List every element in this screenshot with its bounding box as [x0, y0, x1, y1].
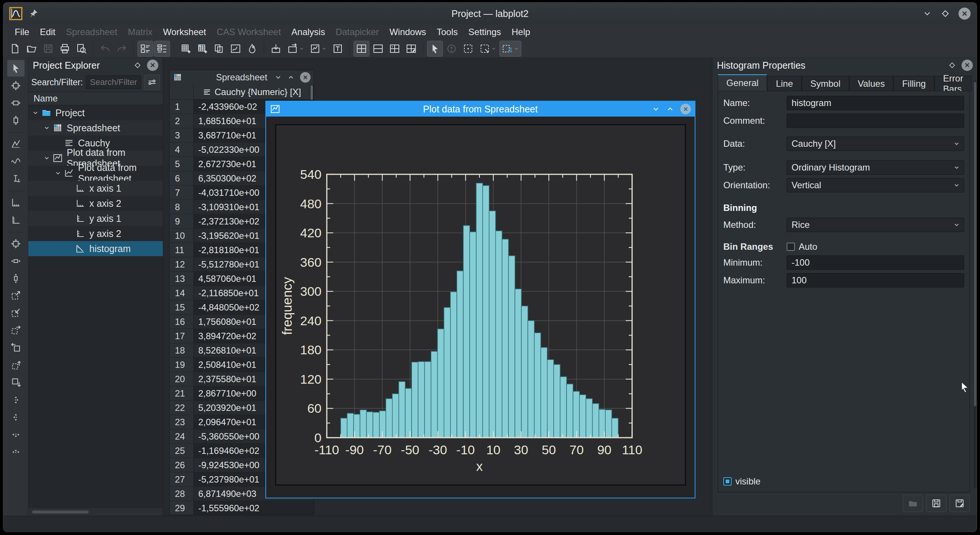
- zoom-y-up-button[interactable]: [7, 357, 24, 374]
- menu-help[interactable]: Help: [507, 25, 535, 39]
- row-number[interactable]: 10: [170, 228, 194, 243]
- sheet-vertical-scrollbar[interactable]: [310, 85, 313, 99]
- layout-cascade-button[interactable]: [370, 41, 386, 57]
- visible-checkbox[interactable]: [723, 477, 732, 485]
- float-dock-icon[interactable]: [948, 61, 956, 69]
- row-number[interactable]: 2: [170, 114, 194, 128]
- shade-down-icon[interactable]: [652, 105, 660, 113]
- close-dock-button[interactable]: ×: [961, 60, 973, 71]
- cursor-button[interactable]: [427, 41, 443, 57]
- row-number[interactable]: 4: [170, 143, 194, 157]
- zoom-out-selection-button[interactable]: [7, 305, 24, 321]
- zoom-x-right-button[interactable]: [7, 322, 24, 339]
- type-combobox[interactable]: Ordinary Histogram: [787, 160, 964, 175]
- row-number[interactable]: 22: [170, 401, 194, 415]
- document-new-button[interactable]: [7, 41, 23, 57]
- shift-up-y-button[interactable]: [7, 444, 24, 460]
- new-matrix-button[interactable]: [194, 41, 210, 57]
- add-smooth-curve-button[interactable]: [7, 153, 24, 170]
- search-input[interactable]: [86, 75, 141, 89]
- menu-edit[interactable]: Edit: [35, 25, 60, 39]
- expander-icon[interactable]: [43, 125, 50, 131]
- row-number[interactable]: 15: [170, 300, 194, 315]
- expander-icon[interactable]: [55, 170, 61, 177]
- name-field[interactable]: [787, 96, 964, 110]
- zoom-draw-button[interactable]: [477, 41, 499, 57]
- tree-item-x-axis-1[interactable]: x axis 1: [28, 181, 163, 196]
- data-combobox[interactable]: Cauchy [X]: [787, 137, 964, 151]
- plot-titlebar[interactable]: Plot data from Spreadsheet ×: [266, 102, 695, 117]
- print-preview-button[interactable]: [73, 41, 89, 57]
- tree-item-histogram[interactable]: histogram: [28, 241, 163, 256]
- tree-item-project[interactable]: Project: [28, 105, 163, 120]
- row-number[interactable]: 18: [170, 343, 194, 358]
- row-number[interactable]: 24: [170, 430, 194, 444]
- sheet-column-header[interactable]: Cauchy {Numeric} [X]: [194, 85, 310, 99]
- auto-checkbox[interactable]: [787, 243, 795, 251]
- add-legend-button[interactable]: [7, 171, 24, 187]
- row-number[interactable]: 17: [170, 329, 194, 343]
- menu-settings[interactable]: Settings: [464, 25, 506, 39]
- expander-icon[interactable]: [32, 109, 39, 116]
- tree-item-y-axis-1[interactable]: y axis 1: [28, 211, 163, 226]
- titlebar[interactable]: Project — labplot2 ×: [3, 3, 977, 24]
- comment-field[interactable]: [787, 113, 964, 128]
- shift-right-x-button[interactable]: [7, 391, 24, 408]
- shade-up-icon[interactable]: [666, 105, 674, 113]
- tab-values[interactable]: Values: [849, 76, 894, 91]
- row-number[interactable]: 14: [170, 286, 194, 300]
- scale-auto-button[interactable]: [7, 77, 24, 94]
- undo-button[interactable]: [97, 41, 113, 57]
- zoom-in-selection-button[interactable]: [7, 287, 24, 304]
- row-number[interactable]: 19: [170, 358, 194, 372]
- panel-right-button[interactable]: [154, 41, 170, 57]
- menu-file[interactable]: File: [10, 25, 34, 39]
- minimize-button[interactable]: [922, 9, 932, 19]
- import-project-button[interactable]: [285, 41, 306, 57]
- document-print-button[interactable]: [57, 41, 73, 57]
- new-spreadsheet-button[interactable]: [178, 41, 194, 57]
- new-worksheet-button[interactable]: [307, 41, 329, 57]
- filter-options-button[interactable]: [144, 75, 160, 90]
- row-number[interactable]: 9: [170, 214, 194, 228]
- explorer-horizontal-scrollbar[interactable]: [32, 511, 89, 514]
- row-number[interactable]: 8: [170, 200, 194, 214]
- row-number[interactable]: 13: [170, 271, 194, 286]
- close-button[interactable]: ×: [959, 8, 970, 20]
- import-file-button[interactable]: [268, 41, 284, 57]
- row-number[interactable]: 26: [170, 458, 194, 473]
- layout-grid-button[interactable]: [387, 41, 402, 57]
- row-number[interactable]: 11: [170, 243, 194, 257]
- add-y-axis-button[interactable]: [7, 212, 24, 228]
- tree-item-y-axis-2[interactable]: y axis 2: [28, 226, 163, 241]
- plot-close-button[interactable]: ×: [680, 104, 691, 114]
- tree-column-header[interactable]: Name: [28, 92, 163, 105]
- tab-line[interactable]: Line: [767, 76, 801, 91]
- row-number[interactable]: 23: [170, 415, 194, 430]
- load-template-button[interactable]: [903, 495, 923, 512]
- document-open-button[interactable]: [24, 41, 40, 57]
- magnifier-1-button[interactable]: 1: [500, 41, 521, 57]
- tree-item-spreadsheet[interactable]: Spreadsheet: [28, 120, 163, 136]
- expander-icon[interactable]: [43, 155, 50, 161]
- row-number[interactable]: 21: [170, 386, 194, 401]
- sheet-corner[interactable]: [170, 85, 194, 99]
- orientation-combobox[interactable]: Vertical: [787, 178, 964, 192]
- maximum-field[interactable]: [787, 273, 964, 287]
- binning-method-combobox[interactable]: Rice: [787, 218, 964, 232]
- tab-filling[interactable]: Filling: [893, 76, 934, 91]
- maximize-button[interactable]: [940, 9, 950, 19]
- cursor-button[interactable]: [7, 60, 24, 77]
- shift-down-y-button[interactable]: [7, 426, 24, 443]
- row-number[interactable]: 3: [170, 128, 194, 143]
- save-template-button[interactable]: [926, 495, 947, 512]
- close-dock-button[interactable]: ×: [147, 60, 158, 71]
- zoom-x-left-button[interactable]: [7, 340, 24, 356]
- tree-item-x-axis-2[interactable]: x axis 2: [28, 196, 163, 211]
- panel-left-button[interactable]: [138, 41, 153, 57]
- layout-edit-button[interactable]: [403, 41, 419, 57]
- text-label-button[interactable]: [330, 41, 346, 57]
- tree-item-plot-data-from-spreadsheet[interactable]: Plot data from Spreadsheet: [28, 166, 163, 181]
- shift-left-x-button[interactable]: [7, 409, 24, 426]
- zoom-fit-button[interactable]: [7, 235, 24, 252]
